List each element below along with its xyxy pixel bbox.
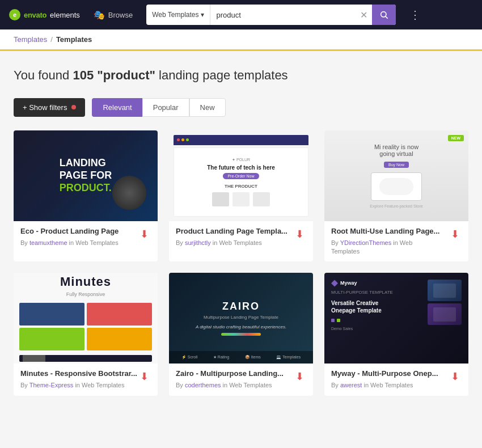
svg-line-1 [386,16,388,19]
main-content: You found 105 "product" landing page tem… [0,51,482,409]
template-name: Root Multi-Use Landing Page... [331,227,449,236]
author-link[interactable]: YDirectionThemes [340,239,391,246]
search-button[interactable] [372,5,396,25]
template-meta: By YDirectionThemes in WebTemplates [331,239,449,256]
template-info: Minutes - Responsive Bootstrar... By The… [14,364,158,395]
template-info: Zairo - Multipurpose Landing... By coder… [169,364,313,395]
author-link[interactable]: teamuxtheme [29,239,67,246]
template-thumbnail: Minutes Fully Responsive [14,273,158,364]
breadcrumb-current: Templates [56,35,92,44]
template-thumbnail: ✦ POLUR The future of tech is here Pre-O… [169,130,313,221]
template-card[interactable]: LANDINGPAGE FORPRODUCT. Eco - Product La… [14,130,158,262]
template-thumbnail: Myway MULTI-PURPOSE TEMPLATE Versatile C… [324,273,468,364]
template-meta: By teamuxtheme in Web Templates [20,239,138,247]
logo-envato-text: envato [24,11,46,19]
download-button[interactable]: ⬇ [138,369,151,384]
show-filters-button[interactable]: + Show filters [14,98,85,117]
header: e envato elements 🎭 Browse Web Templates… [0,0,482,29]
browse-icon: 🎭 [94,10,105,20]
template-card[interactable]: ✦ POLUR The future of tech is here Pre-O… [169,130,313,262]
author-link[interactable]: Theme-Express [29,382,74,388]
template-card[interactable]: Myway MULTI-PURPOSE TEMPLATE Versatile C… [324,273,468,395]
author-link[interactable]: coderthemes [185,382,221,388]
breadcrumb-separator: / [50,35,53,44]
chevron-down-icon: ▾ [201,11,204,19]
template-card[interactable]: ZAIRO Multipurpose Landing Page Template… [169,273,313,395]
results-query: "product" [97,68,155,82]
template-meta: By surjithctly in Web Templates [176,239,293,247]
browse-label: Browse [108,11,133,19]
template-info: Myway - Multi-Purpose Onep... By awerest… [324,364,468,395]
sort-buttons: Relevant Popular New [92,98,225,117]
download-button[interactable]: ⬇ [449,227,462,242]
search-input[interactable] [210,11,356,19]
more-options-button[interactable]: ⋮ [405,6,425,24]
logo[interactable]: e envato elements [9,9,80,20]
template-card[interactable]: NEW Mi reality is nowgoing virtual Buy N… [324,130,468,262]
logo-elements-text: elements [50,11,80,19]
search-category-label: Web Templates [152,11,198,19]
sort-relevant-button[interactable]: Relevant [92,98,142,117]
template-meta: By Theme-Express in Web Templates [20,381,138,390]
breadcrumb: Templates / Templates [0,29,482,51]
download-button[interactable]: ⬇ [138,227,151,242]
template-thumbnail: NEW Mi reality is nowgoing virtual Buy N… [324,130,468,221]
results-heading: You found 105 "product" landing page tem… [14,67,468,84]
envato-icon: e [9,9,20,20]
results-count: 105 [73,68,94,82]
template-info: Product Landing Page Templa... By surjit… [169,221,313,253]
svg-point-0 [381,12,386,17]
breadcrumb-home-link[interactable]: Templates [14,35,47,44]
template-name: Eco - Product Landing Page [20,227,138,236]
show-filters-label: + Show filters [23,103,67,112]
download-button[interactable]: ⬇ [449,369,462,384]
template-info: Root Multi-Use Landing Page... By YDirec… [324,221,468,262]
template-details: Myway - Multi-Purpose Onep... By awerest… [331,369,449,390]
download-button[interactable]: ⬇ [293,369,306,384]
template-meta: By coderthemes in Web Templates [176,381,293,390]
template-thumbnail: ZAIRO Multipurpose Landing Page Template… [169,273,313,364]
new-badge: NEW [448,135,464,141]
template-name: Zairo - Multipurpose Landing... [176,369,293,379]
search-icon [379,10,388,19]
template-details: Minutes - Responsive Bootstrar... By The… [20,369,138,390]
template-meta: By awerest in Web Templates [331,381,449,390]
sort-popular-button[interactable]: Popular [142,98,189,117]
template-details: Product Landing Page Templa... By surjit… [176,227,293,247]
template-name: Myway - Multi-Purpose Onep... [331,369,449,379]
filters-bar: + Show filters Relevant Popular New [14,98,468,117]
search-bar: Web Templates ▾ ✕ [146,5,396,25]
clear-search-icon[interactable]: ✕ [356,10,372,20]
template-details: Eco - Product Landing Page By teamuxthem… [20,227,138,247]
template-details: Root Multi-Use Landing Page... By YDirec… [331,227,449,256]
author-link[interactable]: awerest [340,382,362,388]
download-button[interactable]: ⬇ [293,227,306,242]
browse-button[interactable]: 🎭 Browse [89,7,137,23]
template-thumbnail: LANDINGPAGE FORPRODUCT. [14,130,158,221]
search-category-dropdown[interactable]: Web Templates ▾ [146,5,210,25]
filters-active-dot [71,105,76,109]
template-details: Zairo - Multipurpose Landing... By coder… [176,369,293,390]
sort-new-button[interactable]: New [189,98,226,117]
author-link[interactable]: surjithctly [185,239,211,246]
template-name: Minutes - Responsive Bootstrar... [20,369,138,379]
template-name: Product Landing Page Templa... [176,227,293,236]
template-card[interactable]: Minutes Fully Responsive Minutes - Respo… [14,273,158,395]
templates-grid: LANDINGPAGE FORPRODUCT. Eco - Product La… [14,130,468,396]
template-info: Eco - Product Landing Page By teamuxthem… [14,221,158,253]
speaker-image [112,176,146,210]
